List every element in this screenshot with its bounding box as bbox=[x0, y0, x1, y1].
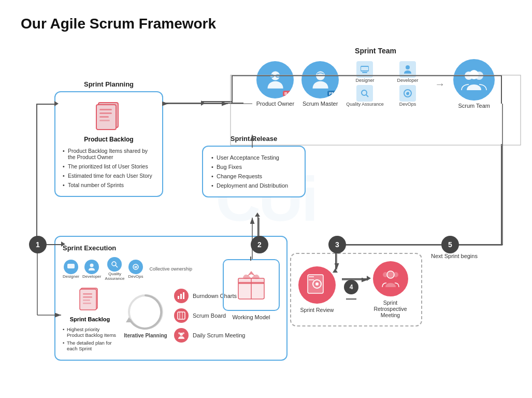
pm-badge: PM bbox=[327, 91, 337, 96]
step1-arrow bbox=[61, 241, 65, 247]
svg-rect-52 bbox=[178, 312, 185, 319]
sprint-release-section: Sprint Release User Acceptance Testing B… bbox=[202, 135, 306, 197]
svg-marker-61 bbox=[247, 271, 255, 276]
working-model-label: Working Model bbox=[232, 314, 270, 320]
page-title: Our Agile Scrum Framework bbox=[21, 16, 511, 32]
backlog-item-1: The prioritized list of User Stories bbox=[63, 162, 155, 171]
svg-rect-43 bbox=[83, 293, 92, 295]
retro-col: Sprint Retrospective Meeting bbox=[367, 261, 414, 318]
developer-role: Developer bbox=[389, 61, 427, 83]
next-sprint-label: Next Sprint begins bbox=[431, 253, 478, 259]
backlog-item-2: Estimated time for each User Story bbox=[63, 171, 155, 180]
exec-devops: DevOps bbox=[128, 260, 143, 279]
designer-label: Designer bbox=[355, 78, 374, 83]
left-vert-line bbox=[36, 104, 37, 246]
scrum-team-label: Scrum Team bbox=[458, 103, 490, 109]
sprint-team-title: Sprint Team bbox=[228, 47, 523, 55]
svg-line-39 bbox=[116, 265, 118, 267]
daily-scrum-label: Daily Scrum Meeting bbox=[193, 332, 245, 338]
plan-to-release-line bbox=[163, 103, 202, 104]
daily-scrum-item: Daily Scrum Meeting bbox=[174, 328, 279, 343]
review-to-retro-arrow bbox=[367, 276, 371, 281]
scrum-master-wrap: PM Scrum Master bbox=[301, 61, 339, 107]
collective-label: Collective ownership bbox=[149, 266, 192, 272]
iterative-label: Iterative Planning bbox=[124, 333, 167, 338]
team-top-horiz bbox=[232, 75, 502, 76]
sprint-backlog-icon bbox=[63, 286, 117, 313]
step3-down-arrow bbox=[333, 268, 338, 273]
svg-point-37 bbox=[90, 263, 94, 267]
developer-label: Developer bbox=[397, 78, 418, 83]
backlog-item-0: Product Backlog Items shared by the Prod… bbox=[63, 146, 155, 162]
scrum-master-avatar: PM bbox=[301, 61, 339, 98]
page: CUi Our Agile Scrum Framework bbox=[0, 0, 532, 398]
step-5-circle: 5 bbox=[441, 236, 459, 253]
exec-qa-icon bbox=[107, 257, 122, 272]
svg-point-67 bbox=[393, 272, 398, 277]
sprint-backlog-col: Sprint Backlog Highest priority Product … bbox=[63, 286, 117, 352]
left-horiz-line bbox=[36, 104, 55, 105]
svg-point-66 bbox=[383, 272, 388, 277]
planning-arrow bbox=[54, 101, 59, 106]
svg-point-23 bbox=[406, 65, 410, 69]
sprint-backlog-item-1: The detailed plan for each Sprint bbox=[63, 339, 117, 352]
sprint-review-label: Sprint Review bbox=[300, 307, 334, 313]
svg-rect-32 bbox=[99, 109, 112, 110]
qa-label: Quality Assurance bbox=[346, 102, 384, 107]
svg-rect-45 bbox=[83, 300, 90, 301]
svg-line-25 bbox=[366, 95, 368, 97]
step3-to-5-horiz bbox=[336, 244, 502, 245]
sprint-release-title: Sprint Release bbox=[202, 135, 306, 143]
scrumboard-label: Scrum Board bbox=[193, 312, 226, 319]
svg-rect-33 bbox=[99, 112, 112, 114]
release-item-1: Bug Fixes bbox=[211, 162, 296, 172]
svg-point-56 bbox=[178, 332, 180, 334]
release-item-3: Deployment and Distribution bbox=[211, 181, 296, 190]
exec-designer-label: Designer bbox=[63, 274, 79, 279]
review-retro-section: Sprint Review 4 Sprint Retrospective Mee… bbox=[290, 253, 422, 326]
iterative-col: Iterative Planning bbox=[122, 286, 169, 338]
daily-scrum-icon bbox=[174, 328, 189, 343]
product-owner-wrap: BA Product Owner bbox=[256, 61, 294, 107]
devops-role: DevOps bbox=[389, 85, 427, 107]
burndown-icon bbox=[174, 289, 189, 303]
review-col: Sprint Review bbox=[298, 266, 336, 313]
product-owner-label: Product Owner bbox=[256, 101, 294, 107]
sprint-planning-title: Sprint Planning bbox=[54, 80, 163, 88]
working-model-section: Working Model bbox=[223, 259, 280, 320]
backlog-text: Product Backlog Product Backlog Items sh… bbox=[63, 136, 155, 190]
scrum-master-label: Scrum Master bbox=[303, 101, 338, 107]
sprint-team-section: Sprint Team BA Product Owner bbox=[228, 47, 523, 109]
exec-designer: Designer bbox=[63, 260, 79, 279]
sprint-retro-label: Sprint Retrospective Meeting bbox=[367, 300, 414, 318]
team-left-vert bbox=[232, 75, 233, 104]
release-item-0: User Acceptance Testing bbox=[211, 153, 296, 162]
exec-developer-label: Developer bbox=[82, 274, 101, 279]
svg-rect-21 bbox=[362, 72, 367, 73]
backlog-title: Product Backlog bbox=[63, 136, 155, 143]
svg-rect-34 bbox=[99, 116, 109, 118]
devops-icon bbox=[399, 85, 416, 102]
sprint-team-members: BA Product Owner PM Scrum Master bbox=[228, 59, 523, 109]
planning-box: Product Backlog Product Backlog Items sh… bbox=[54, 91, 163, 197]
svg-rect-22 bbox=[361, 67, 368, 70]
release-list: User Acceptance Testing Bug Fixes Change… bbox=[211, 153, 296, 190]
team-to-scrum-arrow: → bbox=[435, 78, 445, 90]
backlog-list: Product Backlog Items shared by the Prod… bbox=[63, 146, 155, 190]
svg-rect-36 bbox=[67, 264, 75, 268]
svg-rect-51 bbox=[183, 292, 184, 299]
product-owner-avatar: BA bbox=[256, 61, 294, 98]
svg-point-38 bbox=[112, 262, 116, 266]
scrumboard-icon bbox=[174, 308, 189, 323]
sprint-planning-section: Sprint Planning Product Backlog Product … bbox=[54, 80, 163, 197]
svg-point-24 bbox=[362, 90, 367, 95]
next-sprint-section: Next Sprint begins bbox=[431, 253, 478, 259]
ba-badge: BA bbox=[283, 91, 292, 96]
devops-label: DevOps bbox=[399, 102, 416, 107]
sprint-review-circle bbox=[298, 266, 336, 304]
exec-designer-icon bbox=[64, 260, 78, 274]
svg-rect-35 bbox=[99, 120, 110, 121]
step-3-circle: 3 bbox=[328, 236, 346, 253]
sprint-backlog-label: Sprint Backlog bbox=[63, 316, 117, 322]
step-2-circle: 2 bbox=[251, 236, 268, 253]
